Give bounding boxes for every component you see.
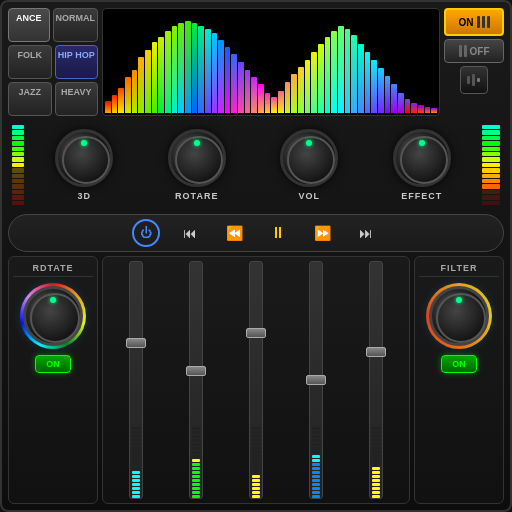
knob-3d[interactable] bbox=[55, 129, 113, 187]
rotate-knob-wrapper bbox=[20, 283, 86, 349]
vu-right-bar-14 bbox=[482, 201, 500, 205]
fader-vu-bar-3-7 bbox=[312, 467, 320, 470]
knob-vol[interactable] bbox=[280, 129, 338, 187]
fader-vu-bar-1-16 bbox=[192, 431, 200, 434]
fader-vu-bar-4-1 bbox=[372, 491, 380, 494]
knob-rotare-indicator bbox=[194, 140, 200, 146]
fader-vu-bar-3-0 bbox=[312, 495, 320, 498]
fader-vu-bar-0-9 bbox=[132, 459, 140, 462]
transport-next-button[interactable]: ⏩ bbox=[308, 219, 336, 247]
fader-vu-bar-1-6 bbox=[192, 471, 200, 474]
spectrum-bar-47 bbox=[418, 105, 424, 113]
rotate-knob[interactable] bbox=[23, 286, 83, 346]
power-symbol-icon bbox=[466, 72, 482, 88]
fader-handle-0[interactable] bbox=[126, 338, 146, 348]
fader-vu-bar-4-17 bbox=[372, 427, 380, 430]
fader-vu-bar-2-7 bbox=[252, 467, 260, 470]
knob-item-3d: 3D bbox=[55, 129, 113, 201]
spectrum-bar-24 bbox=[265, 93, 271, 113]
fader-vu-bar-3-15 bbox=[312, 435, 320, 438]
spectrum-bar-15 bbox=[205, 29, 211, 113]
transport-skip-back-button[interactable]: ⏮ bbox=[176, 219, 204, 247]
knob-item-rotare: ROTARE bbox=[168, 129, 226, 201]
fader-vu-bar-0-15 bbox=[132, 435, 140, 438]
genre-btn-folk[interactable]: FOLK bbox=[8, 45, 52, 79]
genre-btn-hiphop[interactable]: HIP HOP bbox=[55, 45, 99, 79]
fader-handle-2[interactable] bbox=[246, 328, 266, 338]
transport-power-button[interactable]: ⏻ bbox=[132, 219, 160, 247]
spectrum-bar-44 bbox=[398, 93, 404, 113]
vu-right-bar-10 bbox=[482, 179, 500, 183]
genre-btn-ance[interactable]: ANCE bbox=[8, 8, 50, 42]
spectrum-bar-40 bbox=[371, 60, 377, 113]
fader-vu-bar-2-2 bbox=[252, 487, 260, 490]
filter-on-button[interactable]: ON bbox=[441, 355, 477, 373]
rotate-panel: RDTATE ON bbox=[8, 256, 98, 504]
fader-vu-bar-4-0 bbox=[372, 495, 380, 498]
fader-vu-bar-3-17 bbox=[312, 427, 320, 430]
fader-vu-bar-2-12 bbox=[252, 447, 260, 450]
fader-vu-bar-1-5 bbox=[192, 475, 200, 478]
spectrum-bar-36 bbox=[345, 29, 351, 113]
knob-item-vol: VOL bbox=[280, 129, 338, 201]
spectrum-bar-42 bbox=[385, 76, 391, 113]
rotate-knob-indicator bbox=[50, 297, 56, 303]
knobs-row: 3D ROTARE VOL EFFECT bbox=[28, 129, 478, 201]
transport-pause-button[interactable]: ⏸ bbox=[264, 219, 292, 247]
svg-rect-2 bbox=[477, 78, 480, 82]
genre-btn-heavy[interactable]: HEAVY bbox=[55, 82, 99, 116]
filter-panel-label: FILTER bbox=[419, 263, 499, 277]
vu-left-bar-10 bbox=[12, 179, 24, 183]
knob-3d-indicator bbox=[81, 140, 87, 146]
fader-vu-bar-0-0 bbox=[132, 495, 140, 498]
filter-knob[interactable] bbox=[429, 286, 489, 346]
svg-rect-1 bbox=[472, 74, 475, 86]
fader-vu-bar-2-1 bbox=[252, 491, 260, 494]
filter-panel: FILTER ON bbox=[414, 256, 504, 504]
vu-right-bar-9 bbox=[482, 174, 500, 178]
power-off-button[interactable]: OFF bbox=[444, 39, 504, 63]
fader-vu-bar-2-3 bbox=[252, 483, 260, 486]
fader-vu-bar-1-4 bbox=[192, 479, 200, 482]
power-icon-button[interactable] bbox=[460, 66, 488, 94]
spectrum-bar-12 bbox=[185, 21, 191, 113]
fader-vu-bar-3-2 bbox=[312, 487, 320, 490]
knob-rotare[interactable] bbox=[168, 129, 226, 187]
fader-vu-bar-1-12 bbox=[192, 447, 200, 450]
transport-skip-fwd-button[interactable]: ⏭ bbox=[352, 219, 380, 247]
genre-btn-normal[interactable]: NORMAL bbox=[53, 8, 99, 42]
fader-handle-1[interactable] bbox=[186, 366, 206, 376]
fader-vu-bar-2-11 bbox=[252, 451, 260, 454]
knob-effect[interactable] bbox=[393, 129, 451, 187]
spectrum-bar-48 bbox=[425, 107, 431, 113]
faders-section bbox=[102, 256, 410, 504]
fader-handle-3[interactable] bbox=[306, 375, 326, 385]
spectrum-bar-35 bbox=[338, 26, 344, 113]
spectrum-bar-4 bbox=[132, 70, 138, 113]
spectrum-bar-11 bbox=[178, 23, 184, 113]
genre-row-1: ANCE NORMAL bbox=[8, 8, 98, 42]
rotate-on-button[interactable]: ON bbox=[35, 355, 71, 373]
fader-vu-bar-0-2 bbox=[132, 487, 140, 490]
fader-vu-bar-0-10 bbox=[132, 455, 140, 458]
fader-vu-bar-3-4 bbox=[312, 479, 320, 482]
spectrum-bars bbox=[105, 11, 437, 113]
fader-vu-bar-4-11 bbox=[372, 451, 380, 454]
spectrum-bar-6 bbox=[145, 50, 151, 113]
fader-vu-bar-0-14 bbox=[132, 439, 140, 442]
vu-left-bar-5 bbox=[12, 152, 24, 156]
fader-vu-bar-3-3 bbox=[312, 483, 320, 486]
spectrum-bar-37 bbox=[351, 35, 357, 113]
fader-vu-bar-0-1 bbox=[132, 491, 140, 494]
genre-btn-jazz[interactable]: JAZZ bbox=[8, 82, 52, 116]
power-on-button[interactable]: ON bbox=[444, 8, 504, 36]
transport-prev-button[interactable]: ⏪ bbox=[220, 219, 248, 247]
fader-vu-bar-4-2 bbox=[372, 487, 380, 490]
fader-vu-bar-4-8 bbox=[372, 463, 380, 466]
spectrum-bar-39 bbox=[365, 52, 371, 113]
fader-vu-bar-1-3 bbox=[192, 483, 200, 486]
vu-right-bar-3 bbox=[482, 141, 500, 145]
fader-vu-bar-0-7 bbox=[132, 467, 140, 470]
vu-left-bar-12 bbox=[12, 190, 24, 194]
fader-handle-4[interactable] bbox=[366, 347, 386, 357]
